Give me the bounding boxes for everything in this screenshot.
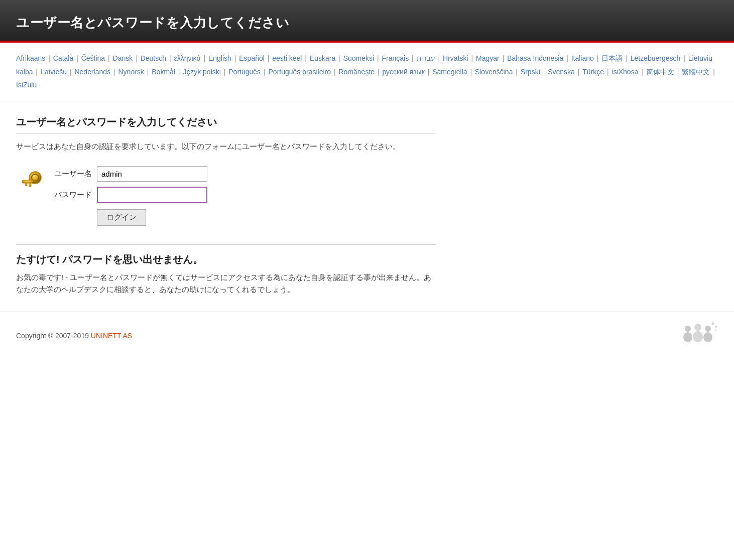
lang-separator: |	[266, 54, 271, 62]
submit-row: ログイン	[54, 206, 211, 228]
svg-point-6	[683, 332, 692, 342]
svg-rect-2	[22, 180, 36, 183]
lang-link[interactable]: Język polski	[183, 68, 220, 76]
lang-link[interactable]: עברית	[417, 54, 435, 62]
username-input[interactable]	[97, 166, 207, 182]
lang-link[interactable]: Español	[239, 54, 265, 62]
lang-link[interactable]: Lëtzebuergesch	[631, 54, 681, 62]
lang-link[interactable]: Srpski	[521, 68, 540, 76]
lang-link[interactable]: Français	[382, 54, 409, 62]
feide-logo	[678, 321, 718, 350]
svg-point-8	[693, 331, 703, 342]
svg-point-13	[715, 329, 716, 331]
lang-separator: |	[106, 54, 111, 62]
lang-link[interactable]: Čeština	[81, 54, 105, 62]
lang-separator: |	[426, 68, 431, 76]
lang-separator: |	[639, 68, 645, 76]
lang-separator: |	[711, 68, 715, 76]
password-row: パスワード	[54, 184, 211, 206]
lang-link[interactable]: Türkçe	[582, 68, 604, 76]
footer-company-link[interactable]: UNINETT AS	[91, 332, 132, 340]
password-label: パスワード	[54, 184, 97, 206]
svg-rect-4	[29, 183, 31, 187]
lang-link[interactable]: English	[208, 54, 231, 62]
lang-link[interactable]: Bahasa Indonesia	[507, 54, 563, 62]
lang-separator: |	[134, 54, 139, 62]
lang-separator: |	[514, 68, 519, 76]
lang-link[interactable]: Afrikaans	[16, 54, 45, 62]
lang-separator: |	[232, 54, 238, 62]
lang-link[interactable]: 繁體中文	[682, 68, 710, 76]
lang-separator: |	[376, 68, 381, 76]
lang-separator: |	[681, 54, 687, 62]
lang-link[interactable]: eesti keel	[272, 54, 302, 62]
lang-link[interactable]: IsiZulu	[16, 81, 37, 89]
lang-link[interactable]: Português	[228, 68, 261, 76]
lang-link[interactable]: Slovenščina	[475, 68, 513, 76]
login-form-area: ユーザー名 パスワード ログイン	[16, 164, 436, 228]
lang-separator: |	[469, 54, 475, 62]
lang-link[interactable]: Suomeksi	[343, 54, 374, 62]
svg-point-11	[712, 322, 714, 325]
lang-link[interactable]: 日本語	[601, 54, 623, 62]
lang-link[interactable]: Nynorsk	[118, 68, 144, 76]
svg-point-7	[694, 324, 701, 331]
lang-link[interactable]: Bokmål	[152, 68, 175, 76]
lang-link[interactable]: Sámegiella	[432, 68, 467, 76]
lang-link[interactable]: Magyar	[476, 54, 500, 62]
lang-separator: |	[541, 68, 547, 76]
lang-separator: |	[222, 68, 227, 76]
lang-link[interactable]: Hrvatski	[443, 54, 468, 62]
help-section: たすけて! パスワードを思い出せません。 お気の毒です! - ユーザー名とパスワ…	[16, 244, 436, 296]
lang-link[interactable]: Deutsch	[141, 54, 166, 62]
page-footer: Copyright © 2007-2019 UNINETT AS	[0, 312, 734, 359]
lang-separator: |	[46, 54, 52, 62]
lang-separator: |	[68, 68, 73, 76]
svg-point-10	[703, 332, 712, 342]
svg-rect-3	[25, 183, 27, 186]
lang-separator: |	[468, 68, 474, 76]
lang-separator: |	[624, 54, 629, 62]
svg-point-9	[705, 326, 711, 332]
lang-separator: |	[145, 68, 151, 76]
lang-separator: |	[605, 68, 610, 76]
lang-link[interactable]: Dansk	[113, 54, 133, 62]
lang-separator: |	[675, 68, 681, 76]
description-text: サービスはあなた自身の認証を要求しています。以下のフォームにユーザー名とパスワー…	[16, 141, 436, 153]
lang-link[interactable]: Svenska	[548, 68, 575, 76]
lang-link[interactable]: Românește	[338, 68, 375, 76]
lang-separator: |	[564, 54, 570, 62]
lang-separator: |	[176, 68, 182, 76]
login-button[interactable]: ログイン	[97, 209, 146, 226]
help-title: たすけて! パスワードを思い出せません。	[16, 253, 436, 266]
svg-point-5	[685, 326, 691, 332]
lang-separator: |	[111, 68, 117, 76]
lang-separator: |	[576, 68, 581, 76]
lang-separator: |	[303, 54, 308, 62]
key-icon	[16, 167, 46, 197]
lang-link[interactable]: Latviešu	[41, 68, 67, 76]
lang-link[interactable]: Nederlands	[74, 68, 110, 76]
lang-link[interactable]: ελληνικά	[174, 54, 200, 62]
lang-link[interactable]: Català	[53, 54, 73, 62]
footer-copyright: Copyright © 2007-2019 UNINETT AS	[16, 332, 132, 340]
lang-link[interactable]: Euskara	[310, 54, 335, 62]
page-header: ユーザー名とパスワードを入力してください	[0, 0, 734, 43]
lang-separator: |	[332, 68, 337, 76]
password-input[interactable]	[97, 187, 207, 203]
login-form: ユーザー名 パスワード ログイン	[54, 164, 211, 228]
username-label: ユーザー名	[54, 164, 97, 184]
lang-link[interactable]: русский язык	[382, 68, 424, 76]
lang-link[interactable]: Italiano	[571, 54, 594, 62]
help-text: お気の毒です! - ユーザー名とパスワードが無くてはサービスにアクセスする為にあ…	[16, 271, 436, 296]
lang-separator: |	[375, 54, 381, 62]
lang-separator: |	[34, 68, 39, 76]
lang-link[interactable]: Português brasileiro	[269, 68, 331, 76]
username-row: ユーザー名	[54, 164, 211, 184]
lang-separator: |	[595, 54, 600, 62]
language-bar: Afrikaans | Català | Čeština | Dansk | D…	[0, 43, 734, 101]
lang-separator: |	[167, 54, 173, 62]
lang-link[interactable]: 简体中文	[646, 68, 674, 76]
lang-link[interactable]: isiXhosa	[612, 68, 639, 76]
main-content: ユーザー名とパスワードを入力してください サービスはあなた自身の認証を要求してい…	[0, 101, 452, 296]
